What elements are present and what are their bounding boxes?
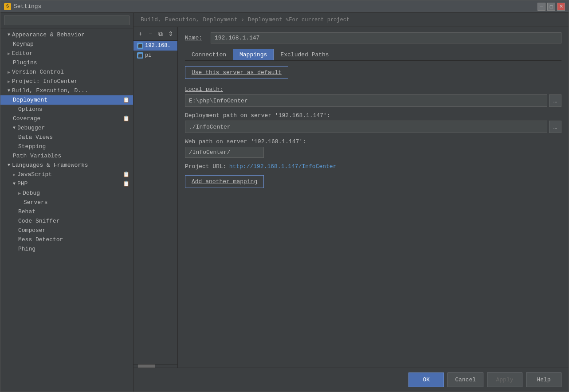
add-server-button[interactable]: + — [136, 29, 145, 39]
sidebar-item-servers[interactable]: Servers — [0, 198, 133, 207]
search-input[interactable] — [4, 16, 129, 25]
sidebar-item-label: Stepping — [18, 143, 46, 150]
sidebar-item-appearance[interactable]: ▼ Appearance & Behavior — [0, 30, 133, 39]
sidebar-item-languages[interactable]: ▼ Languages & Frameworks — [0, 161, 133, 170]
server-scrollbar[interactable] — [138, 365, 156, 368]
sidebar-item-label: Servers — [24, 199, 48, 206]
cancel-button[interactable]: Cancel — [447, 372, 483, 387]
copy-server-button[interactable]: ⧉ — [157, 29, 165, 39]
sidebar-item-label: Phing — [18, 246, 35, 252]
local-path-row: ... — [185, 94, 561, 107]
name-label: Name: — [185, 35, 207, 41]
web-path-input[interactable] — [185, 147, 264, 158]
bottom-bar: OK Cancel Apply Help — [133, 368, 569, 392]
sidebar-item-mess-detector[interactable]: Mess Detector — [0, 235, 133, 244]
local-path-input[interactable] — [185, 94, 547, 107]
sidebar-item-label: Data Views — [18, 134, 53, 141]
server-icon: ⬛ — [137, 52, 143, 59]
js-icon: 📋 — [123, 171, 129, 178]
sidebar-item-label: Deployment — [13, 97, 47, 103]
breadcrumb: Build, Execution, Deployment › Deploymen… — [133, 13, 569, 27]
breadcrumb-suffix: ✎For current project — [283, 17, 349, 23]
sidebar-item-path-variables[interactable]: Path Variables — [0, 151, 133, 161]
sidebar-item-label: PHP — [17, 180, 27, 187]
sidebar-item-project[interactable]: ▶ Project: InfoCenter — [0, 77, 133, 86]
project-url-label: Project URL: — [185, 163, 227, 170]
sidebar-tree: ▼ Appearance & Behavior Keymap ▶ Editor … — [0, 28, 133, 392]
sidebar-item-label: Path Variables — [13, 153, 61, 159]
sidebar-item-deployment[interactable]: Deployment 📋 — [0, 95, 133, 105]
remove-server-button[interactable]: − — [146, 29, 155, 39]
sidebar-item-label: Mess Detector — [18, 236, 63, 243]
breadcrumb-text: Build, Execution, Deployment › Deploymen… — [141, 16, 283, 23]
project-url-link[interactable]: http://192.168.1.147/InfoCenter — [229, 163, 337, 170]
close-button[interactable]: ✕ — [557, 3, 565, 11]
sidebar-item-label: Options — [18, 106, 43, 113]
sidebar-item-composer[interactable]: Composer — [0, 226, 133, 235]
apply-button[interactable]: Apply — [487, 372, 522, 387]
sidebar-item-plugins[interactable]: Plugins — [0, 58, 133, 67]
sidebar-item-debugger[interactable]: ▼ Debugger — [0, 123, 133, 133]
sidebar-item-label: Debug — [23, 190, 40, 196]
sidebar-item-javascript[interactable]: ▶ JavaScript 📋 — [0, 170, 133, 179]
sidebar-item-debug[interactable]: ▶ Debug — [0, 188, 133, 198]
expand-arrow: ▶ — [8, 51, 10, 56]
web-path-label: Web path on server '192.168.1.147': — [185, 138, 561, 145]
title-bar: S Settings ─ □ ✕ — [0, 0, 569, 13]
window-title: Settings — [14, 3, 41, 10]
sidebar-item-version-control[interactable]: ▶ Version Control — [0, 67, 133, 77]
sidebar-item-data-views[interactable]: Data Views — [0, 133, 133, 142]
server-item-label: pi — [145, 52, 151, 59]
sidebar-item-coverage[interactable]: Coverage 📋 — [0, 114, 133, 123]
add-mapping-button[interactable]: Add another mapping — [185, 175, 264, 188]
tab-bar: Connection Mappings Excluded Paths — [185, 49, 561, 61]
app-icon: S — [4, 3, 11, 10]
sidebar-item-build[interactable]: ▼ Build, Execution, D... — [0, 86, 133, 95]
sidebar-item-label: Editor — [12, 50, 33, 57]
sidebar-item-label: Languages & Frameworks — [12, 162, 88, 169]
sidebar-item-label: Appearance & Behavior — [12, 31, 85, 38]
main-content: ▼ Appearance & Behavior Keymap ▶ Editor … — [0, 13, 569, 392]
sidebar-item-label: Keymap — [13, 41, 34, 47]
sidebar-item-editor[interactable]: ▶ Editor — [0, 49, 133, 58]
server-item-1[interactable]: ⬛ 192.168. — [133, 41, 177, 51]
expand-arrow: ▶ — [18, 191, 21, 196]
deployment-path-input[interactable] — [185, 121, 547, 133]
deployment-path-row: ... — [185, 121, 561, 133]
sidebar-item-label: Version Control — [12, 69, 64, 75]
local-path-browse-button[interactable]: ... — [549, 94, 561, 107]
expand-arrow: ▶ — [13, 172, 16, 177]
minimize-button[interactable]: ─ — [538, 3, 545, 11]
expand-arrow: ▶ — [8, 70, 10, 75]
expand-arrow: ▼ — [13, 181, 16, 186]
maximize-button[interactable]: □ — [547, 3, 555, 11]
title-bar-left: S Settings — [4, 3, 41, 10]
php-icon: 📋 — [123, 180, 129, 187]
sidebar-item-options[interactable]: Options — [0, 105, 133, 114]
title-controls: ─ □ ✕ — [538, 3, 565, 11]
server-item-2[interactable]: ⬛ pi — [133, 51, 177, 60]
tab-connection[interactable]: Connection — [185, 49, 233, 60]
sidebar-item-label: Coverage — [13, 115, 40, 122]
move-server-button[interactable]: ⇕ — [166, 29, 175, 39]
sidebar-item-code-sniffer[interactable]: Code Sniffer — [0, 216, 133, 226]
tab-mappings[interactable]: Mappings — [233, 49, 274, 60]
sidebar-item-stepping[interactable]: Stepping — [0, 142, 133, 151]
sidebar-item-behat[interactable]: Behat — [0, 207, 133, 216]
sidebar-item-php[interactable]: ▼ PHP 📋 — [0, 179, 133, 188]
expand-arrow: ▼ — [8, 88, 10, 93]
ok-button[interactable]: OK — [408, 372, 444, 387]
name-input[interactable] — [211, 32, 561, 43]
tab-excluded-paths[interactable]: Excluded Paths — [274, 49, 335, 60]
config-panel: Name: Connection Mappings Excluded Paths… — [178, 27, 569, 368]
deployment-path-group: Deployment path on server '192.168.1.147… — [185, 112, 561, 133]
sidebar-item-phing[interactable]: Phing — [0, 244, 133, 254]
use-default-server-button[interactable]: Use this server as default — [185, 66, 288, 79]
expand-arrow: ▼ — [13, 125, 16, 130]
expand-arrow: ▼ — [8, 32, 10, 37]
sidebar-item-label: Code Sniffer — [18, 218, 60, 224]
name-row: Name: — [185, 32, 561, 43]
sidebar-item-keymap[interactable]: Keymap — [0, 39, 133, 49]
help-button[interactable]: Help — [526, 372, 561, 387]
deployment-path-browse-button[interactable]: ... — [549, 121, 561, 133]
